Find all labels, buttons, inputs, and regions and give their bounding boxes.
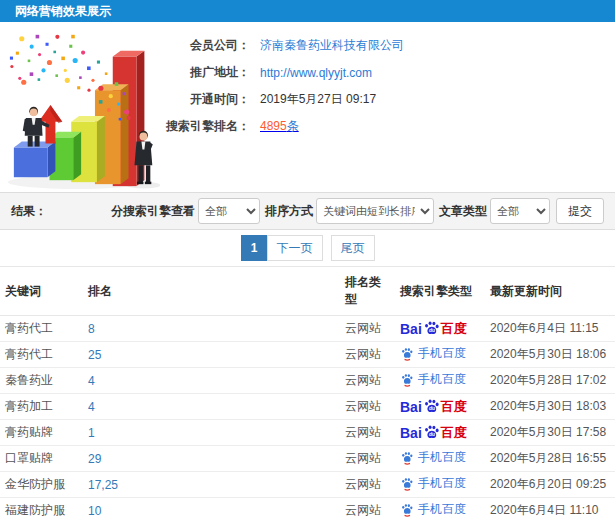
article-type-select[interactable]: 全部 (490, 198, 550, 224)
rank-link[interactable]: 4 (88, 374, 95, 388)
page-button-current[interactable]: 1 (241, 235, 268, 261)
rank-cell: 4 (83, 368, 340, 394)
mobile-baidu-logo[interactable]: 手机百度 (400, 371, 466, 388)
col-header-rank: 排名 (83, 267, 340, 316)
engine-rank-count-link[interactable]: 4895条 (260, 118, 299, 135)
svg-text:du: du (429, 328, 435, 333)
engine-cell: 手机百度 (395, 498, 485, 520)
promo-url-link[interactable]: http://www.qlyyjt.com (260, 66, 372, 80)
member-summary: 会员公司： 济南秦鲁药业科技有限公司 推广地址： http://www.qlyy… (60, 32, 540, 140)
baidu-paw-icon: du (423, 398, 440, 415)
updated-cell: 2020年6月4日 11:10 (485, 498, 615, 520)
baidu-logo[interactable]: Bai du 百度 (400, 424, 467, 442)
rank-link[interactable]: 25 (88, 348, 101, 362)
baidu-logo-text-en: Bai (400, 321, 422, 337)
rank-type-cell: 云网站 (340, 316, 395, 342)
baidu-paw-icon: du (423, 424, 440, 441)
rank-type-cell: 云网站 (340, 446, 395, 472)
bar-blue-cube (14, 142, 56, 178)
table-header-row: 关键词 排名 排名类型 搜索引擎类型 最新更新时间 (0, 267, 615, 316)
rank-link[interactable]: 1 (88, 426, 95, 440)
baidu-logo[interactable]: Bai du 百度 (400, 320, 467, 338)
engine-rank-count: 4895 (260, 119, 287, 133)
keyword-cell: 金华防护服 (0, 472, 83, 498)
col-header-rank-type: 排名类型 (340, 267, 395, 316)
rank-cell: 4 (83, 394, 340, 420)
engine-cell: Bai du 百度 (395, 420, 485, 446)
rank-cell: 1 (83, 420, 340, 446)
rank-link[interactable]: 10 (88, 504, 101, 518)
baidu-logo-text-en: Bai (400, 399, 422, 415)
company-label: 会员公司： (60, 37, 250, 54)
rank-type-cell: 云网站 (340, 420, 395, 446)
promo-url-row: 推广地址： http://www.qlyyjt.com (60, 59, 540, 86)
keyword-cell: 膏药加工 (0, 394, 83, 420)
engine-filter-select[interactable]: 全部 (198, 198, 260, 224)
engine-cell: 手机百度 (395, 472, 485, 498)
col-header-keyword: 关键词 (0, 267, 83, 316)
sort-order-select[interactable]: 关键词由短到长排序 (316, 198, 434, 224)
hero-section: 会员公司： 济南秦鲁药业科技有限公司 推广地址： http://www.qlyy… (0, 22, 615, 192)
results-table-body: 膏药代工8云网站 Bai du 百度 2020年6月4日 11:15膏药代工25… (0, 316, 615, 520)
col-header-updated: 最新更新时间 (485, 267, 615, 316)
keyword-cell: 膏药贴牌 (0, 420, 83, 446)
updated-cell: 2020年5月28日 16:55 (485, 446, 615, 472)
table-row: 金华防护服17,25云网站 手机百度 2020年6月20日 09:25 (0, 472, 615, 498)
table-row: 秦鲁药业4云网站 手机百度 2020年5月28日 17:02 (0, 368, 615, 394)
mobile-baidu-icon (400, 477, 414, 491)
keyword-cell: 膏药代工 (0, 342, 83, 368)
rank-type-cell: 云网站 (340, 498, 395, 520)
rank-cell: 29 (83, 446, 340, 472)
engine-cell: Bai du 百度 (395, 316, 485, 342)
rank-link[interactable]: 4 (88, 400, 95, 414)
page-title: 网络营销效果展示 (15, 4, 111, 18)
table-row: 膏药代工8云网站 Bai du 百度 2020年6月4日 11:15 (0, 316, 615, 342)
mobile-baidu-logo[interactable]: 手机百度 (400, 449, 466, 466)
opened-time-row: 开通时间： 2019年5月27日 09:17 (60, 86, 540, 113)
mobile-baidu-logo[interactable]: 手机百度 (400, 475, 466, 492)
updated-cell: 2020年6月4日 11:15 (485, 316, 615, 342)
rank-type-cell: 云网站 (340, 472, 395, 498)
baidu-paw-icon: du (423, 320, 440, 337)
mobile-baidu-icon (400, 347, 414, 361)
page-header: 网络营销效果展示 (0, 0, 615, 22)
engine-cell: Bai du 百度 (395, 394, 485, 420)
mobile-baidu-logo[interactable]: 手机百度 (400, 345, 466, 362)
table-row: 口罩贴牌29云网站 手机百度 2020年5月28日 16:55 (0, 446, 615, 472)
baidu-logo-text-cn: 百度 (441, 398, 467, 416)
table-row: 膏药代工25云网站 手机百度 2020年5月30日 18:06 (0, 342, 615, 368)
mobile-baidu-logo[interactable]: 手机百度 (400, 501, 466, 518)
engine-cell: 手机百度 (395, 342, 485, 368)
company-link[interactable]: 济南秦鲁药业科技有限公司 (260, 37, 404, 54)
mobile-baidu-label: 手机百度 (418, 449, 466, 466)
rank-link[interactable]: 8 (88, 322, 95, 336)
keyword-cell: 口罩贴牌 (0, 446, 83, 472)
rank-type-cell: 云网站 (340, 394, 395, 420)
rank-cell: 17,25 (83, 472, 340, 498)
col-header-engine-type: 搜索引擎类型 (395, 267, 485, 316)
keyword-cell: 秦鲁药业 (0, 368, 83, 394)
updated-cell: 2020年5月30日 18:03 (485, 394, 615, 420)
keyword-cell: 膏药代工 (0, 316, 83, 342)
baidu-logo-text-cn: 百度 (441, 320, 467, 338)
rank-cell: 8 (83, 316, 340, 342)
engine-rank-row: 搜索引擎排名： 4895条 (60, 113, 540, 140)
table-row: 膏药加工4云网站 Bai du 百度 2020年5月30日 18:03 (0, 394, 615, 420)
page-button-next[interactable]: 下一页 (267, 235, 323, 261)
filter-bar: 结果： 分搜索引擎查看 全部 排序方式 关键词由短到长排序 文章类型 全部 提交 (0, 192, 615, 230)
engine-filter-label: 分搜索引擎查看 (111, 203, 195, 220)
rank-link[interactable]: 17,25 (88, 478, 118, 492)
submit-button[interactable]: 提交 (556, 198, 604, 224)
keyword-cell: 福建防护服 (0, 498, 83, 520)
mobile-baidu-icon (400, 503, 414, 517)
article-type-label: 文章类型 (439, 203, 487, 220)
mobile-baidu-label: 手机百度 (418, 475, 466, 492)
baidu-logo-text-cn: 百度 (441, 424, 467, 442)
baidu-logo[interactable]: Bai du 百度 (400, 398, 467, 416)
updated-cell: 2020年6月20日 09:25 (485, 472, 615, 498)
rank-link[interactable]: 29 (88, 452, 101, 466)
page-button-last[interactable]: 尾页 (331, 235, 375, 261)
engine-cell: 手机百度 (395, 368, 485, 394)
mobile-baidu-label: 手机百度 (418, 501, 466, 518)
rank-cell: 10 (83, 498, 340, 520)
